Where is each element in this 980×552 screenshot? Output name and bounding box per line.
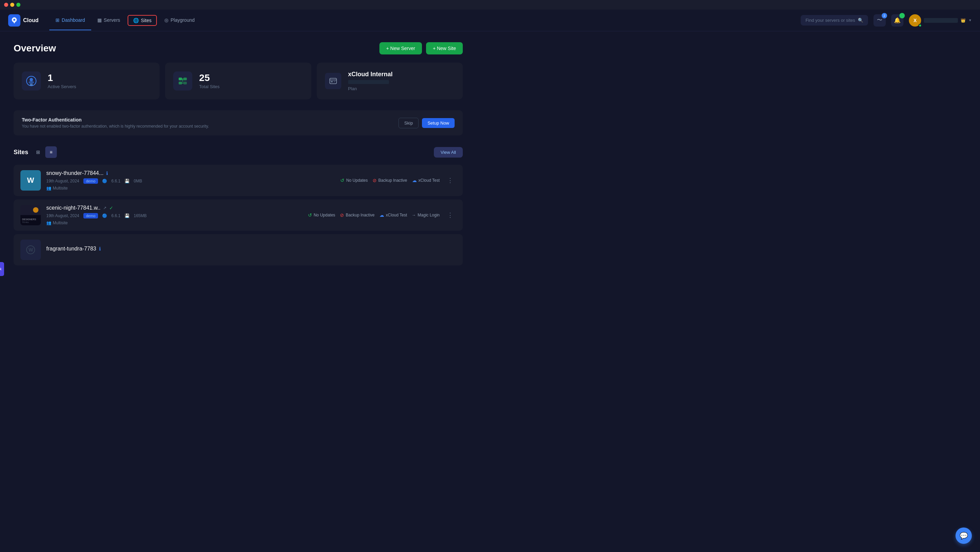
- site-info: fragrant-tundra-7783 ℹ: [46, 246, 456, 254]
- activity-badge: 2: [882, 13, 887, 18]
- plan-card: xCloud Internal Plan: [317, 63, 463, 99]
- site-name-row: scenic-night-77841.w.. ↗ ✓: [46, 205, 302, 211]
- svg-text:DESIGNERS: DESIGNERS: [22, 218, 37, 221]
- servers-icon: ▦: [97, 17, 102, 23]
- dashboard-icon: ⊞: [56, 17, 60, 23]
- sites-section-title: Sites: [14, 149, 28, 156]
- server-icon: ☁: [412, 178, 417, 183]
- magic-login-button[interactable]: → Magic Login: [412, 213, 440, 218]
- skip-button[interactable]: Skip: [398, 118, 418, 128]
- svg-rect-12: [330, 78, 337, 84]
- svg-rect-14: [331, 81, 333, 82]
- setup-now-button[interactable]: Setup Now: [422, 118, 455, 128]
- notifications-badge: [899, 13, 905, 18]
- svg-rect-4: [30, 84, 33, 86]
- total-sites-card: 25 Total Sites: [165, 63, 311, 99]
- backup-status: ⊘ Backup Inactive: [340, 212, 375, 218]
- svg-point-19: [33, 207, 38, 213]
- list-view-button[interactable]: ≡: [45, 146, 57, 158]
- site-thumbnail: W: [21, 170, 41, 191]
- activity-button[interactable]: 〜 2: [873, 14, 886, 27]
- view-toggle: ⊞ ≡: [32, 146, 57, 158]
- site-name-row: snowy-thunder-77844... ℹ: [46, 170, 335, 176]
- more-options-button[interactable]: ⋮: [444, 210, 456, 220]
- overview-header: Overview + New Server + New Site: [14, 42, 463, 54]
- svg-text:W: W: [29, 247, 33, 253]
- site-date: 19th August, 2024: [46, 213, 79, 218]
- grid-view-button[interactable]: ⊞: [32, 146, 44, 158]
- sites-header: Sites ⊞ ≡ View All: [14, 146, 463, 158]
- wp-version: 6.6.1: [111, 179, 121, 183]
- servers-count: 1: [48, 73, 76, 83]
- site-type: 👥 Multisite: [46, 221, 302, 225]
- chat-icon: 💬: [959, 531, 968, 540]
- size-icon: 💾: [124, 213, 130, 218]
- updates-icon: ↺: [340, 178, 344, 183]
- site-name: snowy-thunder-77844...: [46, 170, 103, 176]
- search-bar[interactable]: Find your servers or sites 🔍: [801, 15, 868, 25]
- plan-title: xCloud Internal: [348, 71, 393, 78]
- sites-stat-info: 25 Total Sites: [199, 73, 220, 89]
- svg-point-0: [13, 19, 15, 21]
- logo[interactable]: Cloud: [8, 14, 38, 27]
- server-tag: ☁ xCloud Test: [412, 178, 440, 183]
- more-options-button[interactable]: ⋮: [444, 175, 456, 186]
- playground-icon: ◎: [164, 17, 169, 23]
- tfa-actions: Skip Setup Now: [398, 118, 455, 128]
- size-icon: 💾: [124, 179, 130, 183]
- backup-icon: ⊘: [340, 212, 344, 218]
- server-icon: ☁: [379, 212, 384, 218]
- minimize-dot[interactable]: [10, 3, 14, 7]
- feedback-label: Feedback: [0, 267, 2, 271]
- crown-icon: 👑: [961, 18, 966, 23]
- page-title: Overview: [14, 43, 56, 54]
- tfa-text: Two-Factor Authentication You have not e…: [22, 117, 209, 129]
- site-actions: ↺ No Updates ⊘ Backup Inactive ☁ xCloud …: [308, 210, 456, 220]
- site-name: fragrant-tundra-7783: [46, 246, 96, 252]
- sites-label: Total Sites: [199, 84, 220, 89]
- app-container: Cloud ⊞ Dashboard ▦ Servers 🌐 Sites ◎ Pl…: [0, 10, 980, 552]
- stats-row: 1 Active Servers: [14, 63, 463, 99]
- site-meta: 19th August, 2024 demo 🔵 6.6.1 💾 0MB: [46, 178, 335, 184]
- tfa-title: Two-Factor Authentication: [22, 117, 209, 122]
- wp-icon: 🔵: [102, 213, 107, 218]
- site-size: 165MB: [134, 213, 147, 218]
- action-buttons: + New Server + New Site: [379, 42, 463, 54]
- nav-sites[interactable]: 🌐 Sites: [127, 15, 157, 26]
- user-area[interactable]: X 👑 ▼: [909, 14, 972, 27]
- tfa-banner: Two-Factor Authentication You have not e…: [14, 110, 463, 135]
- svg-rect-8: [183, 82, 187, 84]
- search-icon: 🔍: [858, 18, 863, 23]
- notifications-button[interactable]: 🔔: [891, 14, 904, 27]
- nav-servers[interactable]: ▦ Servers: [91, 11, 126, 30]
- svg-rect-7: [179, 82, 182, 84]
- nav-dashboard[interactable]: ⊞ Dashboard: [49, 11, 91, 30]
- info-icon[interactable]: ℹ: [106, 170, 108, 176]
- site-info: snowy-thunder-77844... ℹ 19th August, 20…: [46, 170, 335, 191]
- site-thumbnail: W: [21, 240, 41, 260]
- chat-button[interactable]: 💬: [956, 528, 972, 544]
- new-server-button[interactable]: + New Server: [379, 42, 422, 54]
- feedback-tab[interactable]: ✦ Feedback: [0, 262, 5, 276]
- nav-right: Find your servers or sites 🔍 〜 2 🔔 X 👑 ▼: [801, 14, 972, 27]
- logo-icon: [8, 14, 21, 27]
- nav-playground[interactable]: ◎ Playground: [158, 11, 201, 30]
- site-row: W snowy-thunder-77844... ℹ 19th August, …: [14, 165, 463, 196]
- new-site-button[interactable]: + New Site: [426, 42, 463, 54]
- wp-version: 6.6.1: [111, 213, 121, 218]
- search-text: Find your servers or sites: [805, 18, 855, 23]
- maximize-dot[interactable]: [16, 3, 21, 7]
- plan-icon: [325, 73, 341, 89]
- sites-count: 25: [199, 73, 220, 83]
- site-name-row: fragrant-tundra-7783 ℹ: [46, 246, 456, 252]
- site-name: scenic-night-77841.w..: [46, 205, 100, 211]
- external-link-icon[interactable]: ↗: [103, 205, 107, 210]
- avatar: X: [909, 14, 921, 27]
- update-status: ↺ No Updates: [340, 178, 368, 183]
- svg-text:TO ALL: TO ALL: [22, 221, 29, 223]
- view-all-button[interactable]: View All: [434, 147, 463, 157]
- site-badge: demo: [83, 178, 98, 184]
- multisite-icon: 👥: [46, 186, 51, 191]
- info-icon[interactable]: ℹ: [99, 246, 101, 251]
- close-dot[interactable]: [4, 3, 8, 7]
